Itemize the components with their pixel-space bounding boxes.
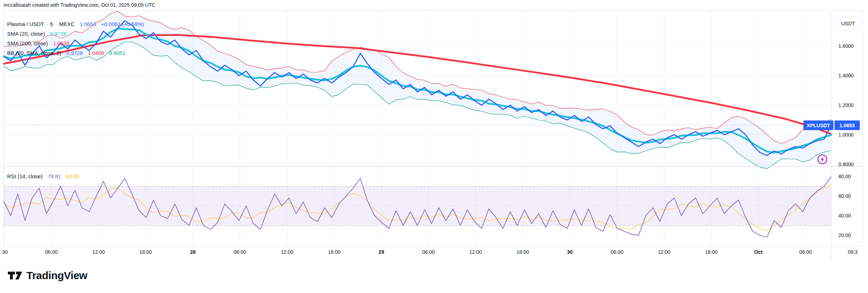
bb-basis-value: 0.9728 — [66, 50, 83, 56]
price-scale-axis[interactable] — [831, 11, 863, 247]
tradingview-icon — [7, 271, 23, 281]
bb-label: BB (20, SMA, close, 2) — [7, 50, 61, 56]
rsi-label: RSI (14, close) — [7, 173, 42, 179]
symbol-name: Plasma / USDT — [7, 21, 44, 27]
sma200-label: SMA (200, close) — [7, 40, 48, 46]
sma20-value: 0.9728 — [50, 31, 66, 37]
legend-sma20-row[interactable]: SMA (20, close) 0.9728 — [7, 29, 144, 38]
interval: 5 — [50, 21, 53, 27]
last-price: 1.0653 — [80, 21, 96, 27]
price-change: +0.0061 (+0.58%) — [101, 21, 144, 27]
tradingview-logo-text: TradingView — [26, 269, 87, 282]
legend-rsi-row[interactable]: RSI (14, close) 79.81 63.65 — [7, 173, 80, 179]
tradingview-chart-page: mccallisaiah created with TradingView.co… — [0, 0, 868, 293]
tradingview-logo[interactable]: TradingView — [7, 269, 87, 282]
legend-sma200-row[interactable]: SMA (200, close) 1.0038 — [7, 38, 144, 48]
bb-upper-value: 1.0406 — [88, 50, 104, 56]
instant-trading-icon[interactable] — [817, 154, 828, 165]
rsi-value: 79.81 — [47, 173, 61, 179]
sma200-value: 1.0038 — [53, 40, 69, 46]
rsi-ma-value: 63.65 — [66, 173, 80, 179]
exchange: MEXC — [59, 21, 75, 27]
legend-bb-row[interactable]: BB (20, SMA, close, 2) 0.9728 1.0406 0.9… — [7, 48, 144, 58]
legend: Plasma / USDT·5·MEXC 1.0653 +0.0061 (+0.… — [7, 19, 144, 58]
legend-symbol-row[interactable]: Plasma / USDT·5·MEXC 1.0653 +0.0061 (+0.… — [7, 19, 144, 29]
time-scale-axis[interactable] — [4, 247, 831, 259]
sma20-label: SMA (20, close) — [7, 31, 45, 37]
separator-dot: · — [55, 21, 57, 27]
bb-lower-value: 0.9051 — [109, 50, 126, 56]
price-label-symbol: XPLUSDT — [803, 120, 833, 130]
separator-dot: · — [46, 21, 48, 27]
time-label: 09:3 — [848, 249, 857, 255]
